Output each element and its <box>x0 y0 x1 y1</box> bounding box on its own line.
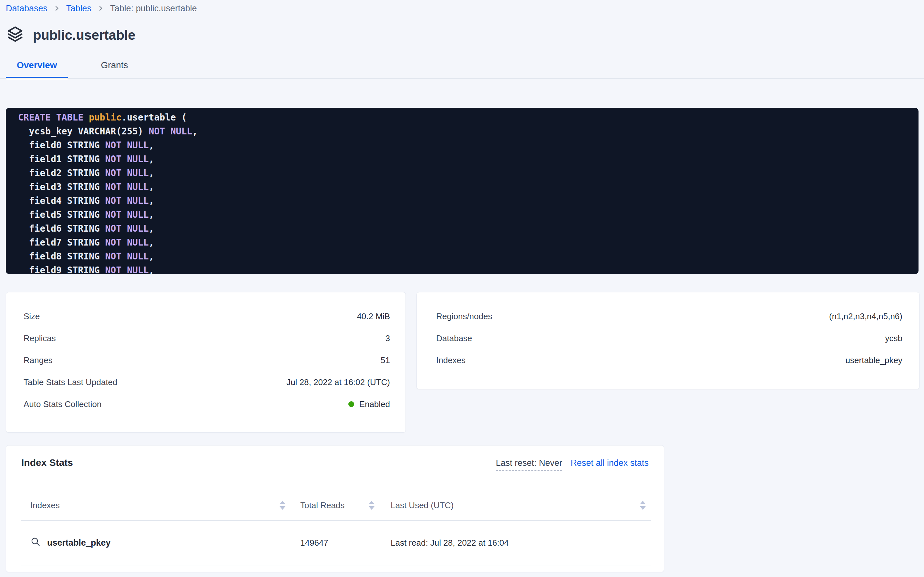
detail-label: Table Stats Last Updated <box>24 377 117 387</box>
column-header-indexes[interactable]: Indexes <box>21 500 300 511</box>
detail-value: 3 <box>386 334 390 343</box>
chevron-right-icon <box>97 5 104 12</box>
sql-code-line: field7 STRING NOT NULL, <box>18 235 906 250</box>
table-details-page: DatabasesTablesTable: public.usertable p… <box>0 0 924 577</box>
sql-code-line: field3 STRING NOT NULL, <box>18 180 906 194</box>
create-table-sql-box: CREATE TABLE public.usertable ( ycsb_key… <box>6 108 919 274</box>
sql-code-line: ycsb_key VARCHAR(255) NOT NULL, <box>18 124 906 138</box>
sql-code-line: field4 STRING NOT NULL, <box>18 194 906 208</box>
sql-code-line: field6 STRING NOT NULL, <box>18 222 906 235</box>
table-topology-row: Indexesusertable_pkey <box>436 349 902 371</box>
sql-code-line: CREATE TABLE public.usertable ( <box>18 111 906 124</box>
tab-bar: OverviewGrants <box>6 60 924 79</box>
last-used-value: Last read: Jul 28, 2022 at 16:04 <box>390 538 651 548</box>
detail-value: Enabled <box>348 399 390 409</box>
index-stats-card: Index Stats Last reset: Never Reset all … <box>6 445 664 572</box>
index-name-cell[interactable]: usertable_pkey <box>21 537 300 549</box>
column-header-last-used-utc-[interactable]: Last Used (UTC) <box>390 500 651 511</box>
detail-label: Indexes <box>436 355 466 365</box>
tabbar-divider <box>0 78 924 79</box>
tab-overview[interactable]: Overview <box>6 60 68 79</box>
table-topology-card: Regions/nodes(n1,n2,n3,n4,n5,n6)Database… <box>416 292 919 389</box>
table-details-row: Ranges51 <box>24 349 390 371</box>
column-header-total-reads[interactable]: Total Reads <box>300 500 390 511</box>
sort-arrows-icon <box>368 500 375 510</box>
last-reset-tooltip-text[interactable]: Last reset: Never <box>496 458 562 471</box>
detail-value: usertable_pkey <box>845 355 902 365</box>
table-details-row: Table Stats Last UpdatedJul 28, 2022 at … <box>24 371 390 393</box>
table-details-row: Auto Stats CollectionEnabled <box>24 393 390 415</box>
details-cards-row: Size40.2 MiBReplicas3Ranges51Table Stats… <box>6 292 924 433</box>
tab-grants[interactable]: Grants <box>87 60 142 79</box>
index-stats-title: Index Stats <box>21 457 73 468</box>
detail-value: ycsb <box>885 334 902 343</box>
table-details-row: Replicas3 <box>24 327 390 349</box>
page-title: public.usertable <box>33 27 135 43</box>
detail-value: Jul 28, 2022 at 16:02 (UTC) <box>286 377 390 387</box>
table-topology-row: Regions/nodes(n1,n2,n3,n4,n5,n6) <box>436 305 902 327</box>
table-topology-row: Databaseycsb <box>436 327 902 349</box>
chevron-right-icon <box>53 5 60 12</box>
detail-value: 51 <box>381 355 390 365</box>
table-details-card: Size40.2 MiBReplicas3Ranges51Table Stats… <box>6 292 406 433</box>
detail-value: (n1,n2,n3,n4,n5,n6) <box>829 311 902 321</box>
sort-arrows-icon <box>639 500 646 510</box>
breadcrumb-link-tables[interactable]: Tables <box>66 3 92 14</box>
column-header-label: Indexes <box>31 500 60 511</box>
detail-label: Database <box>436 334 472 343</box>
sql-code-line: field1 STRING NOT NULL, <box>18 152 906 166</box>
breadcrumb-link-databases[interactable]: Databases <box>6 3 47 14</box>
detail-label: Regions/nodes <box>436 311 492 321</box>
sort-arrows-icon <box>279 500 286 510</box>
column-header-label: Total Reads <box>300 500 344 511</box>
detail-label: Replicas <box>24 334 56 343</box>
detail-value: 40.2 MiB <box>357 311 390 321</box>
index-stats-table: IndexesTotal ReadsLast Used (UTC) userta… <box>21 490 651 566</box>
index-name: usertable_pkey <box>47 538 111 548</box>
stack-icon <box>6 25 24 45</box>
sql-code-line: field2 STRING NOT NULL, <box>18 166 906 180</box>
total-reads-value: 149647 <box>300 538 390 548</box>
sql-code-line: field8 STRING NOT NULL, <box>18 250 906 263</box>
sql-code-line: field9 STRING NOT NULL, <box>18 263 906 274</box>
detail-label: Ranges <box>24 355 53 365</box>
breadcrumb: DatabasesTablesTable: public.usertable <box>6 0 924 14</box>
column-header-label: Last Used (UTC) <box>390 500 453 511</box>
status-enabled-dot-icon <box>348 401 354 407</box>
table-details-row: Size40.2 MiB <box>24 305 390 327</box>
detail-label: Auto Stats Collection <box>24 399 101 409</box>
reset-all-index-stats-link[interactable]: Reset all index stats <box>570 458 649 468</box>
page-title-row: public.usertable <box>6 26 924 45</box>
tab-label: Overview <box>17 60 57 71</box>
tab-label: Grants <box>101 60 128 71</box>
sql-code-line: field0 STRING NOT NULL, <box>18 138 906 152</box>
breadcrumb-current: Table: public.usertable <box>110 3 197 14</box>
magnifier-icon <box>31 537 41 549</box>
sql-code-line: field5 STRING NOT NULL, <box>18 208 906 222</box>
index-stats-table-row[interactable]: usertable_pkey149647Last read: Jul 28, 2… <box>21 521 651 566</box>
detail-label: Size <box>24 311 40 321</box>
